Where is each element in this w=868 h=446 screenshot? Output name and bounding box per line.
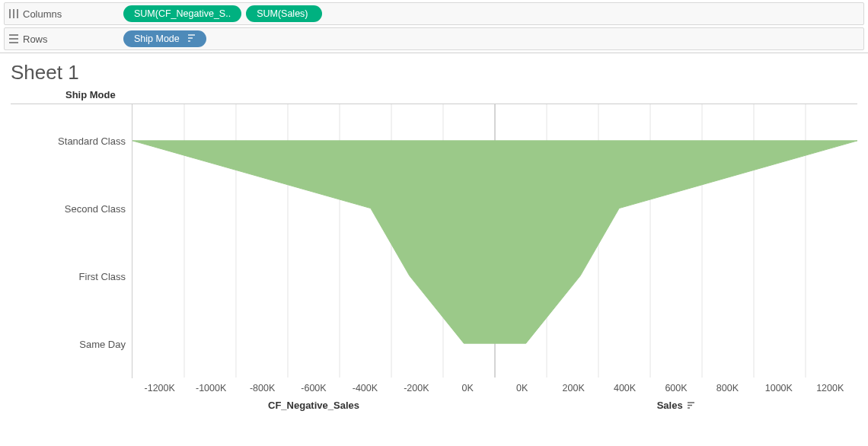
y-tick: First Class <box>11 243 132 311</box>
columns-shelf[interactable]: Columns SUM(CF_Negative_S.. SUM(Sales) <box>4 2 864 25</box>
x-axis-labels: CF_Negative_Sales Sales <box>132 393 857 411</box>
funnel-svg <box>132 104 857 378</box>
x-tick: -1000K <box>185 383 236 393</box>
columns-label-text: Columns <box>23 8 62 20</box>
pill-label: SUM(CF_Negative_S.. <box>134 8 231 19</box>
x-tick: 0K <box>496 383 547 393</box>
rows-icon <box>9 34 18 43</box>
x-label-right[interactable]: Sales <box>495 393 857 411</box>
x-tick: -600K <box>288 383 339 393</box>
x-tick: -1200K <box>134 383 185 393</box>
pill-cf-negative-sales[interactable]: SUM(CF_Negative_S.. <box>123 5 241 22</box>
funnel-polygon <box>132 141 857 343</box>
row-header-label: Ship Mode <box>11 89 857 100</box>
sort-icon <box>180 34 196 43</box>
x-tick: 0K <box>442 383 493 393</box>
pill-label: SUM(Sales) <box>257 8 308 19</box>
x-label-left[interactable]: CF_Negative_Sales <box>132 393 495 411</box>
sheet-title: Sheet 1 <box>11 61 857 84</box>
x-tick: -800K <box>237 383 288 393</box>
columns-shelf-label: Columns <box>9 8 123 20</box>
x-tick: 1000K <box>753 383 804 393</box>
rows-shelf[interactable]: Rows Ship Mode <box>4 27 864 50</box>
sheet-view: Sheet 1 Ship Mode Standard Class Second … <box>0 53 868 415</box>
pill-ship-mode[interactable]: Ship Mode <box>123 30 206 47</box>
y-tick: Standard Class <box>11 107 132 175</box>
rows-shelf-label: Rows <box>9 33 123 45</box>
x-tick: 1200K <box>805 383 856 393</box>
x-tick: 200K <box>547 383 598 393</box>
x-tick: 400K <box>599 383 650 393</box>
y-axis: Standard Class Second Class First Class … <box>11 104 132 378</box>
sort-indicator-icon <box>688 401 695 410</box>
x-axis-left: -1200K -1000K -800K -600K -400K -200K 0K <box>132 378 495 393</box>
pill-sum-sales[interactable]: SUM(Sales) <box>246 5 322 22</box>
chart-plot-area[interactable] <box>132 104 857 378</box>
axis-label-text: CF_Negative_Sales <box>268 400 359 411</box>
rows-label-text: Rows <box>23 33 48 45</box>
y-tick: Same Day <box>11 311 132 378</box>
y-tick: Second Class <box>11 175 132 243</box>
x-tick: -200K <box>391 383 442 393</box>
x-tick: -400K <box>340 383 391 393</box>
columns-icon <box>9 9 18 18</box>
x-axis: -1200K -1000K -800K -600K -400K -200K 0K… <box>132 378 857 393</box>
x-axis-right: 0K 200K 400K 600K 800K 1000K 1200K <box>495 378 857 393</box>
x-tick: 600K <box>650 383 701 393</box>
x-tick: 800K <box>702 383 753 393</box>
axis-label-text: Sales <box>657 400 683 411</box>
pill-label: Ship Mode <box>134 33 180 44</box>
